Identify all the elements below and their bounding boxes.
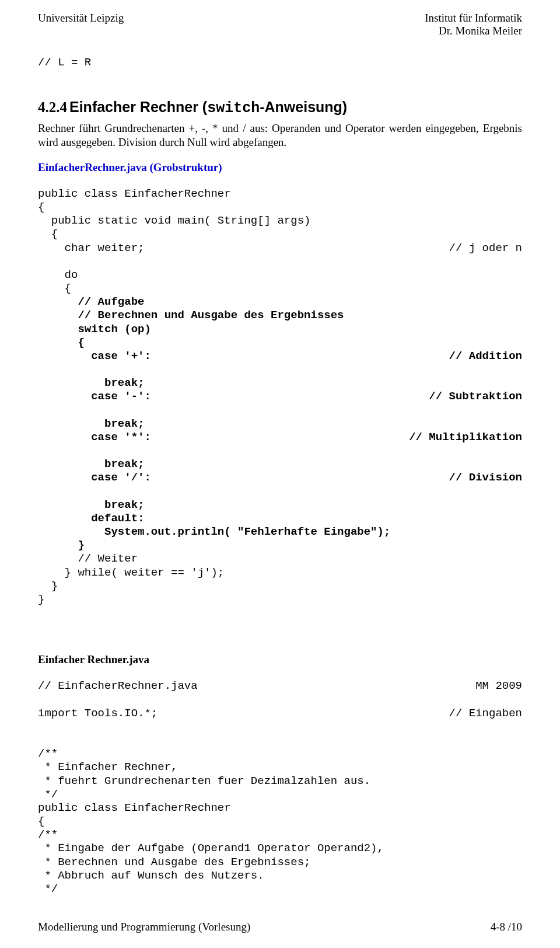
header-right: Institut für Informatik Dr. Monika Meile… (425, 12, 522, 37)
code-line: } (38, 580, 58, 592)
code-block-java: // EinfacherRechner.javaMM 2009 import T… (38, 666, 522, 896)
code-line: * Abbruch auf Wunsch des Nutzers. (38, 869, 264, 882)
code-line: * fuehrt Grundrechenarten fuer Dezimalza… (38, 775, 370, 787)
code-left: char weiter; (38, 242, 144, 255)
code-line: { (38, 815, 44, 828)
code-comment: // Division (449, 471, 522, 484)
code-comment: // Subtraktion (429, 390, 522, 403)
code-comment: // Eingaben (449, 707, 522, 720)
code-line: { (38, 336, 85, 349)
code-line: } (38, 539, 85, 552)
footer-right: 4-8 /10 (491, 921, 522, 933)
code-line: import Tools.IO.*;// Eingaben (38, 707, 522, 720)
code-line: case '/':// Division (38, 471, 522, 485)
section-title-keyword: switch (207, 100, 260, 117)
code-left: case '*': (38, 431, 151, 444)
section-title: Einfacher Rechner (switch-Anweisung) (69, 99, 347, 115)
page-header: Universität Leipzig Institut für Informa… (38, 12, 522, 37)
code-left: case '-': (38, 390, 151, 403)
code-line: * Einfacher Rechner, (38, 761, 177, 773)
section-title-prefix: Einfacher Rechner ( (69, 99, 207, 115)
code-line: * Berechnen und Ausgabe des Ergebnisses; (38, 856, 310, 869)
code-line: System.out.println( "Fehlerhafte Eingabe… (38, 525, 390, 538)
code-line: { (38, 282, 71, 295)
code-line: } while( weiter == 'j'); (38, 566, 224, 579)
code-line: public class EinfacherRechner (38, 187, 231, 200)
code-line: do (38, 269, 78, 281)
code-comment: // Addition (449, 350, 522, 363)
code-comment: MM 2009 (475, 679, 522, 693)
code-left: case '/': (38, 471, 151, 484)
java-file-heading: Einfacher Rechner.java (38, 653, 522, 666)
page-footer: Modellierung und Programmierung (Vorlesu… (38, 921, 522, 933)
code-line: /** (38, 747, 58, 760)
code-comment: // Multiplikation (409, 431, 522, 444)
page: Universität Leipzig Institut für Informa… (0, 0, 560, 948)
code-left: // EinfacherRechner.java (38, 679, 198, 693)
spacer (38, 607, 522, 642)
intro-paragraph: Rechner führt Grundrechenarten +, -, * u… (38, 121, 522, 149)
code-line: break; (38, 417, 144, 430)
code-line: public static void main( String[] args) (38, 214, 310, 227)
code-line: */ (38, 883, 58, 895)
code-line: switch (op) (38, 323, 151, 336)
code-line: // EinfacherRechner.javaMM 2009 (38, 679, 522, 693)
footer-left: Modellierung und Programmierung (Vorlesu… (38, 921, 250, 933)
code-line: case '+':// Addition (38, 350, 522, 363)
header-institute: Institut für Informatik (425, 12, 522, 25)
code-line: } (38, 593, 44, 606)
code-line: { (38, 201, 44, 214)
section-number: 4.2.4 (38, 99, 67, 115)
section-heading: 4.2.4 Einfacher Rechner (switch-Anweisun… (38, 99, 522, 117)
code-line: * Eingabe der Aufgabe (Operand1 Operator… (38, 842, 384, 855)
code-line: // Aufgabe (38, 295, 144, 308)
code-line: case '*':// Multiplikation (38, 431, 522, 444)
code-line: { (38, 228, 58, 241)
code-line: default: (38, 512, 144, 525)
code-left: case '+': (38, 350, 151, 363)
code-line: /** (38, 828, 58, 841)
header-left: Universität Leipzig (38, 12, 124, 37)
code-line: // Weiter (38, 552, 138, 565)
code-line: */ (38, 788, 58, 801)
grobstruktur-heading: EinfacherRechner.java (Grobstruktur) (38, 161, 522, 174)
code-line: // Berechnen und Ausgabe des Ergebnisses (38, 309, 344, 322)
code-lr-comment: // L = R (38, 56, 522, 69)
code-line: break; (38, 458, 144, 470)
header-author: Dr. Monika Meiler (425, 25, 522, 37)
code-line: break; (38, 499, 144, 511)
code-line: case '-':// Subtraktion (38, 390, 522, 403)
code-line: char weiter;// j oder n (38, 242, 522, 255)
code-line: public class EinfacherRechner (38, 801, 231, 814)
code-comment: // j oder n (449, 242, 522, 255)
code-block-grobstruktur: public class EinfacherRechner { public s… (38, 174, 522, 607)
code-left: import Tools.IO.*; (38, 707, 158, 720)
code-line: break; (38, 377, 144, 389)
section-title-suffix: -Anweisung) (260, 99, 347, 115)
